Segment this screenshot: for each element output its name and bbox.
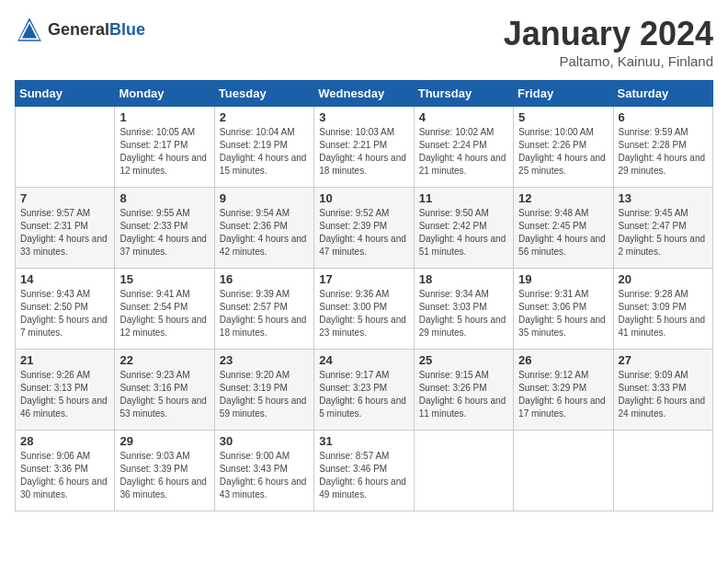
calendar-week-row: 21Sunrise: 9:26 AMSunset: 3:13 PMDayligh… [16,350,713,431]
calendar-cell: 12Sunrise: 9:48 AMSunset: 2:45 PMDayligh… [514,188,613,269]
day-number: 2 [220,110,309,124]
day-number: 31 [319,434,408,448]
calendar-cell: 27Sunrise: 9:09 AMSunset: 3:33 PMDayligh… [613,350,712,431]
day-number: 23 [220,353,309,367]
day-number: 30 [220,434,309,448]
day-info: Sunrise: 9:50 AMSunset: 2:42 PMDaylight:… [419,207,508,259]
day-info: Sunrise: 10:03 AMSunset: 2:21 PMDaylight… [319,126,408,178]
day-number: 7 [20,191,109,205]
day-info: Sunrise: 9:48 AMSunset: 2:45 PMDaylight:… [518,207,608,259]
day-info: Sunrise: 9:12 AMSunset: 3:29 PMDaylight:… [518,369,608,420]
day-info: Sunrise: 10:05 AMSunset: 2:17 PMDaylight… [119,126,209,178]
day-info: Sunrise: 9:57 AMSunset: 2:31 PMDaylight:… [20,207,109,259]
calendar-cell: 20Sunrise: 9:28 AMSunset: 3:09 PMDayligh… [613,269,712,350]
page-header: GeneralBlue January 2024 Paltamo, Kainuu… [15,15,713,69]
day-header-tuesday: Tuesday [214,81,313,107]
calendar-cell: 10Sunrise: 9:52 AMSunset: 2:39 PMDayligh… [314,188,414,269]
day-info: Sunrise: 9:15 AMSunset: 3:26 PMDaylight:… [419,369,508,420]
calendar-cell: 13Sunrise: 9:45 AMSunset: 2:47 PMDayligh… [613,188,712,269]
day-info: Sunrise: 9:54 AMSunset: 2:36 PMDaylight:… [220,207,309,259]
calendar-cell: 18Sunrise: 9:34 AMSunset: 3:03 PMDayligh… [414,269,513,350]
calendar-cell: 9Sunrise: 9:54 AMSunset: 2:36 PMDaylight… [214,188,313,269]
day-info: Sunrise: 9:20 AMSunset: 3:19 PMDaylight:… [220,369,309,420]
calendar-cell: 8Sunrise: 9:55 AMSunset: 2:33 PMDaylight… [115,188,214,269]
calendar-cell: 23Sunrise: 9:20 AMSunset: 3:19 PMDayligh… [214,350,313,431]
calendar-cell: 28Sunrise: 9:06 AMSunset: 3:36 PMDayligh… [16,431,115,511]
calendar-cell [613,431,712,511]
calendar-cell: 30Sunrise: 9:00 AMSunset: 3:43 PMDayligh… [214,431,313,511]
day-info: Sunrise: 8:57 AMSunset: 3:46 PMDaylight:… [319,450,408,501]
logo: GeneralBlue [15,15,145,44]
calendar-cell: 11Sunrise: 9:50 AMSunset: 2:42 PMDayligh… [414,188,513,269]
location: Paltamo, Kainuu, Finland [504,53,713,69]
day-info: Sunrise: 9:23 AMSunset: 3:16 PMDaylight:… [119,369,209,420]
calendar-cell: 25Sunrise: 9:15 AMSunset: 3:26 PMDayligh… [414,350,513,431]
calendar-cell: 19Sunrise: 9:31 AMSunset: 3:06 PMDayligh… [514,269,613,350]
calendar-cell: 14Sunrise: 9:43 AMSunset: 2:50 PMDayligh… [16,269,115,350]
day-info: Sunrise: 10:04 AMSunset: 2:19 PMDaylight… [220,126,309,178]
day-info: Sunrise: 9:43 AMSunset: 2:50 PMDaylight:… [20,288,109,339]
calendar-cell: 17Sunrise: 9:36 AMSunset: 3:00 PMDayligh… [314,269,414,350]
day-number: 6 [619,110,708,124]
day-number: 20 [619,272,708,286]
month-title: January 2024 [504,15,713,53]
calendar-cell [414,431,513,511]
day-number: 12 [518,191,608,205]
calendar-cell: 2Sunrise: 10:04 AMSunset: 2:19 PMDayligh… [214,107,313,188]
calendar-cell [514,431,613,511]
logo-blue-text: Blue [109,20,145,39]
logo-icon [15,15,44,44]
day-number: 13 [619,191,708,205]
day-info: Sunrise: 9:45 AMSunset: 2:47 PMDaylight:… [619,207,708,259]
day-number: 5 [518,110,608,124]
day-number: 26 [518,353,608,367]
day-info: Sunrise: 9:09 AMSunset: 3:33 PMDaylight:… [619,369,708,420]
day-header-monday: Monday [115,81,214,107]
day-info: Sunrise: 9:28 AMSunset: 3:09 PMDaylight:… [619,288,708,339]
day-header-wednesday: Wednesday [314,81,414,107]
day-number: 10 [319,191,408,205]
day-number: 28 [20,434,109,448]
day-number: 9 [220,191,309,205]
calendar-cell: 4Sunrise: 10:02 AMSunset: 2:24 PMDayligh… [414,107,513,188]
calendar-cell: 16Sunrise: 9:39 AMSunset: 2:57 PMDayligh… [214,269,313,350]
calendar-cell: 3Sunrise: 10:03 AMSunset: 2:21 PMDayligh… [314,107,414,188]
day-info: Sunrise: 9:17 AMSunset: 3:23 PMDaylight:… [319,369,408,420]
day-number: 29 [119,434,209,448]
calendar-cell: 26Sunrise: 9:12 AMSunset: 3:29 PMDayligh… [514,350,613,431]
calendar-cell: 15Sunrise: 9:41 AMSunset: 2:54 PMDayligh… [115,269,214,350]
day-info: Sunrise: 10:00 AMSunset: 2:26 PMDaylight… [518,126,608,178]
day-number: 25 [419,353,508,367]
calendar-week-row: 7Sunrise: 9:57 AMSunset: 2:31 PMDaylight… [16,188,713,269]
calendar-header-row: SundayMondayTuesdayWednesdayThursdayFrid… [16,81,713,107]
calendar-cell: 7Sunrise: 9:57 AMSunset: 2:31 PMDaylight… [16,188,115,269]
day-number: 18 [419,272,508,286]
day-info: Sunrise: 9:39 AMSunset: 2:57 PMDaylight:… [220,288,309,339]
calendar-cell: 1Sunrise: 10:05 AMSunset: 2:17 PMDayligh… [115,107,214,188]
logo-general-text: General [48,20,109,39]
day-number: 14 [20,272,109,286]
day-number: 16 [220,272,309,286]
day-info: Sunrise: 9:03 AMSunset: 3:39 PMDaylight:… [119,450,209,501]
day-number: 17 [319,272,408,286]
calendar-week-row: 14Sunrise: 9:43 AMSunset: 2:50 PMDayligh… [16,269,713,350]
day-number: 21 [20,353,109,367]
day-info: Sunrise: 9:36 AMSunset: 3:00 PMDaylight:… [319,288,408,339]
day-header-saturday: Saturday [613,81,712,107]
day-info: Sunrise: 9:55 AMSunset: 2:33 PMDaylight:… [119,207,209,259]
day-number: 8 [119,191,209,205]
calendar-cell: 31Sunrise: 8:57 AMSunset: 3:46 PMDayligh… [314,431,414,511]
day-header-friday: Friday [514,81,613,107]
calendar-cell: 24Sunrise: 9:17 AMSunset: 3:23 PMDayligh… [314,350,414,431]
calendar-table: SundayMondayTuesdayWednesdayThursdayFrid… [15,80,713,511]
day-header-sunday: Sunday [16,81,115,107]
day-info: Sunrise: 10:02 AMSunset: 2:24 PMDaylight… [419,126,508,178]
day-number: 27 [619,353,708,367]
day-info: Sunrise: 9:52 AMSunset: 2:39 PMDaylight:… [319,207,408,259]
day-number: 3 [319,110,408,124]
title-block: January 2024 Paltamo, Kainuu, Finland [504,15,713,69]
calendar-cell: 5Sunrise: 10:00 AMSunset: 2:26 PMDayligh… [514,107,613,188]
calendar-week-row: 28Sunrise: 9:06 AMSunset: 3:36 PMDayligh… [16,431,713,511]
day-info: Sunrise: 9:31 AMSunset: 3:06 PMDaylight:… [518,288,608,339]
day-info: Sunrise: 9:41 AMSunset: 2:54 PMDaylight:… [119,288,209,339]
